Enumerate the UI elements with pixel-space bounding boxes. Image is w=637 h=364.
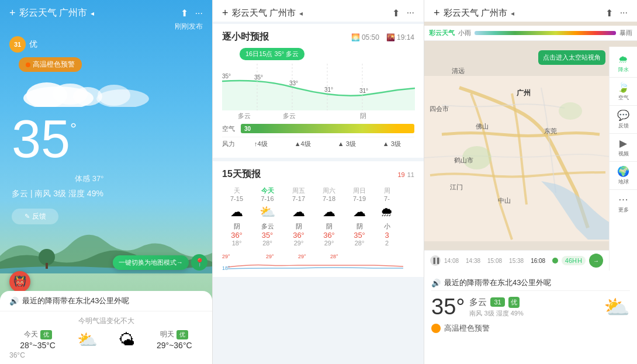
day-0-weekday: 天 bbox=[223, 186, 250, 195]
video-icon: ▶ bbox=[619, 137, 627, 150]
character-icon[interactable]: 👹 bbox=[9, 271, 30, 292]
panel2-share-icon[interactable]: ⬆ bbox=[392, 8, 400, 19]
map-area[interactable]: 清远 四会市 广州 佛山 东莞 鹤山市 江门 中山 点击进入太空站视角 bbox=[424, 47, 609, 271]
panel3-condition: 多云 bbox=[469, 297, 487, 308]
svg-text:31°: 31° bbox=[359, 88, 368, 94]
sidebar-air-icon[interactable]: 🍃 空气 bbox=[610, 78, 637, 106]
time-4: 15:38 bbox=[509, 258, 524, 264]
sidebar-rain-icon[interactable]: 🌧 降水 bbox=[610, 50, 637, 78]
sidebar-feedback-icon[interactable]: 💬 反馈 bbox=[610, 106, 637, 134]
day-0-high: 36° bbox=[223, 231, 250, 240]
day-fri-icon: ☁ bbox=[285, 204, 313, 220]
city-qingyuan: 清远 bbox=[452, 65, 465, 75]
tomorrow-quality-badge: 优 bbox=[176, 330, 188, 339]
panel3-more-icon[interactable]: ··· bbox=[620, 8, 628, 19]
panel3-share-icon[interactable]: ⬆ bbox=[605, 8, 613, 19]
header-left: + 彩云天气 广州市 ◂ bbox=[9, 7, 94, 19]
aqi-circle: 31 bbox=[9, 36, 26, 53]
city-guangzhou: 广州 bbox=[517, 87, 531, 98]
header-right: ⬆ ··· bbox=[181, 8, 203, 19]
day-next-weekday: 周 bbox=[376, 186, 398, 195]
day-sun-icon: ☁ bbox=[345, 204, 373, 220]
aq-bar: 30 bbox=[241, 124, 414, 133]
sidebar-video-icon[interactable]: ▶ 视频 bbox=[610, 134, 637, 162]
alert-dot bbox=[26, 63, 30, 67]
rain-icon: 🔊 bbox=[9, 297, 19, 306]
tomorrow-weather-icon: 🌤 bbox=[119, 330, 135, 349]
day-today-icon: ⛅ bbox=[252, 204, 282, 220]
panel1-weather-main: + 彩云天气 广州市 ◂ ⬆ ··· 刚刚发布 31 优 高温橙色预警 bbox=[0, 0, 212, 364]
cloud-svg bbox=[12, 78, 175, 107]
feedback-button[interactable]: ✎ 反馈 bbox=[12, 209, 58, 224]
svg-text:33°: 33° bbox=[289, 80, 298, 86]
add-location-button[interactable]: + bbox=[9, 7, 16, 19]
day-sun-high: 35° bbox=[345, 231, 373, 240]
map-pin-icon[interactable]: 📍 bbox=[191, 254, 207, 271]
svg-text:28°: 28° bbox=[330, 254, 338, 259]
day-next-icon: 🌧 bbox=[376, 204, 398, 220]
svg-point-6 bbox=[39, 249, 55, 265]
rain-notice: 🔊 最近的降雨带在东北43公里外呢 bbox=[0, 291, 212, 311]
panel3-title-area: + 彩云天气 广州市 ◂ bbox=[434, 7, 514, 19]
panel2-forecast: + 彩云天气 广州市 ◂ ⬆ ··· 逐小时预报 🌅 05:50 🌇 19:14 bbox=[212, 0, 424, 364]
share-icon[interactable]: ⬆ bbox=[181, 8, 188, 19]
tomorrow-col: 明天 优 29°~36°C bbox=[157, 330, 192, 350]
days-scroll[interactable]: 天 7-15 ☁ 阴 36° 18° 今天 7-16 ⛅ 多云 35° 28° … bbox=[222, 185, 414, 248]
panel2-more-icon[interactable]: ··· bbox=[407, 8, 414, 19]
space-station-button[interactable]: 点击进入太空站视角 bbox=[538, 50, 605, 65]
wind-4: ▲ 3级 bbox=[383, 140, 401, 148]
panel3-rain-icon: 🔊 bbox=[431, 279, 441, 287]
panel3-alert-dot bbox=[431, 324, 441, 333]
day-fri-date: 7-17 bbox=[285, 195, 313, 202]
time-1: 14:08 bbox=[444, 258, 459, 264]
wind-3: ▲ 3级 bbox=[338, 140, 356, 148]
legend-heavy-label: 暴雨 bbox=[619, 29, 632, 37]
cond-2: 多云 bbox=[283, 112, 296, 120]
timeline-marks: 14:08 14:38 15:08 15:38 16:08 bbox=[444, 258, 549, 264]
panel1-header: + 彩云天气 广州市 ◂ ⬆ ··· bbox=[0, 0, 212, 22]
day-fri-weekday: 周五 bbox=[285, 186, 313, 195]
panel3-temperature: 35° bbox=[431, 294, 465, 320]
hourly-title: 逐小时预报 bbox=[222, 31, 269, 43]
panel2-plus[interactable]: + bbox=[222, 7, 229, 19]
day-col-today: 今天 7-16 ⛅ 多云 35° 28° bbox=[251, 185, 283, 248]
timeline-end-dot: → bbox=[589, 254, 603, 268]
hours-badge[interactable]: 46H H bbox=[562, 256, 586, 265]
svg-point-24 bbox=[559, 102, 582, 120]
days-forecast: 15天预报 19 11 天 7-15 ☁ 阴 36° 18° 今天 7-16 ⛅ bbox=[213, 161, 424, 277]
day-col-next: 周 7- 🌧 小 3 2 bbox=[375, 185, 399, 248]
day-sat-high: 36° bbox=[315, 231, 343, 240]
day-next-date: 7- bbox=[376, 195, 398, 202]
day-col-sat: 周六 7-18 ☁ 阴 36° 29° bbox=[314, 185, 344, 248]
day-sat-icon: ☁ bbox=[315, 204, 343, 220]
sidebar-more-icon[interactable]: ⋯ 更多 bbox=[610, 190, 637, 217]
map-toggle-area: 一键切换为地图模式→ 📍 bbox=[113, 254, 207, 271]
more-menu-icon[interactable]: ··· bbox=[195, 8, 203, 19]
time-current: 16:08 bbox=[531, 258, 545, 264]
city-jiangmen: 江门 bbox=[450, 181, 463, 192]
alert-badge[interactable]: 高温橙色预警 bbox=[19, 57, 82, 72]
svg-text:29°: 29° bbox=[222, 254, 230, 259]
svg-rect-7 bbox=[46, 263, 48, 269]
temp-range-labels: 19 11 bbox=[398, 171, 415, 178]
sidebar-globe-icon[interactable]: 🌍 地球 bbox=[610, 162, 637, 190]
play-button[interactable]: ▐▐ bbox=[430, 255, 441, 266]
more-icon: ⋯ bbox=[618, 193, 628, 206]
day-sat-cond: 阴 bbox=[315, 222, 343, 231]
panel3-alert: 高温橙色预警 bbox=[431, 323, 630, 334]
panel3-plus[interactable]: + bbox=[434, 7, 440, 19]
day-sat-weekday: 周六 bbox=[315, 186, 343, 195]
feedback-map-label: 反馈 bbox=[618, 122, 629, 130]
legend-gradient bbox=[475, 31, 616, 35]
aqi-badge: 31 优 bbox=[0, 34, 212, 55]
weather-details: 多云 | 南风 3级 湿度 49% bbox=[0, 184, 212, 204]
condition-row: 多云 多云 阴 bbox=[222, 112, 414, 120]
city-sihuishi: 四会市 bbox=[430, 103, 449, 113]
map-toggle-button[interactable]: 一键切换为地图模式→ bbox=[113, 255, 189, 270]
panel2-title-area: + 彩云天气 广州市 ◂ bbox=[222, 7, 303, 19]
day-fri-high: 36° bbox=[285, 231, 313, 240]
aq-label: 空气 bbox=[222, 124, 237, 133]
panel3-title: 彩云天气 广州市 bbox=[444, 8, 507, 19]
temperature-value: 35 bbox=[12, 113, 70, 165]
day-0-date: 7-15 bbox=[223, 195, 250, 202]
